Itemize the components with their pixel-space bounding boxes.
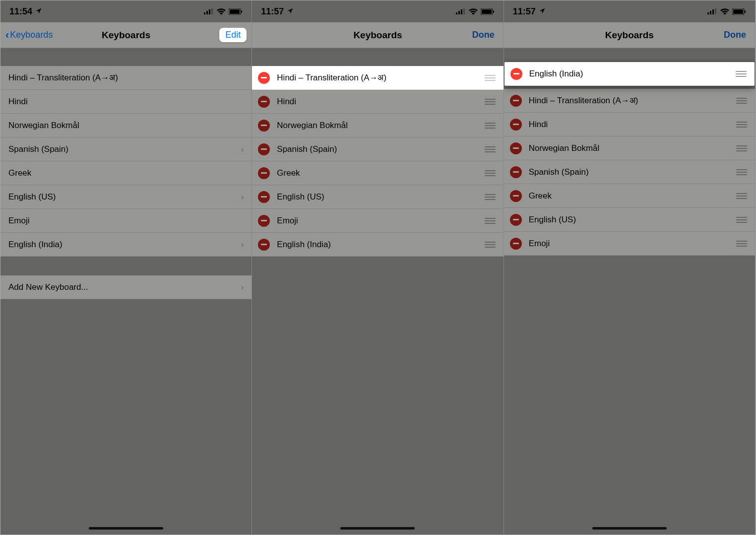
drag-handle-icon[interactable]: [485, 75, 496, 81]
list-item[interactable]: Spanish (Spain): [504, 160, 755, 184]
done-button[interactable]: Done: [468, 28, 499, 42]
svg-rect-3: [211, 8, 213, 14]
delete-icon[interactable]: [510, 119, 522, 131]
svg-rect-14: [707, 12, 709, 14]
screen-keyboards-reorder: 11:57 Keyboards Done English (India): [504, 0, 756, 535]
nav-bar: Keyboards Done: [504, 22, 755, 48]
delete-icon[interactable]: [510, 142, 522, 154]
drag-handle-icon[interactable]: [736, 193, 747, 199]
svg-rect-1: [206, 11, 208, 14]
drag-handle-icon[interactable]: [736, 169, 747, 175]
nav-bar: Keyboards Done: [252, 22, 503, 48]
drag-handle-icon[interactable]: [485, 99, 496, 105]
delete-icon[interactable]: [258, 96, 270, 108]
screen-keyboards-list: 11:54 ‹ Keyboards Keyboards Edit: [0, 0, 252, 535]
list-item[interactable]: Hindi: [0, 90, 252, 114]
nav-bar: ‹ Keyboards Keyboards Edit: [0, 22, 252, 48]
wifi-icon: [217, 8, 226, 15]
drag-handle-icon[interactable]: [485, 123, 496, 129]
back-button[interactable]: ‹ Keyboards: [5, 29, 53, 42]
chevron-right-icon: ›: [241, 145, 244, 153]
add-new-keyboard[interactable]: Add New Keyboard...›: [0, 275, 252, 299]
list-item[interactable]: Greek: [252, 161, 503, 185]
svg-rect-5: [230, 9, 240, 14]
list-item[interactable]: Hindi – Transliteration (A→अ): [0, 66, 252, 90]
list-item[interactable]: Emoji: [504, 232, 755, 256]
page-title: Keyboards: [102, 30, 150, 41]
drag-handle-icon[interactable]: [736, 122, 747, 128]
list-item[interactable]: Spanish (Spain)›: [0, 137, 252, 161]
list-item[interactable]: Norwegian Bokmål: [504, 136, 755, 160]
keyboard-list-edit: Hindi – Transliteration (A→अ) Hindi Norw…: [252, 66, 503, 257]
list-item[interactable]: English (US): [252, 185, 503, 209]
battery-icon: [229, 8, 243, 15]
delete-icon[interactable]: [258, 72, 270, 84]
content-area: Hindi – Transliteration (A→अ) Hindi Norw…: [0, 48, 252, 535]
list-item[interactable]: Emoji: [0, 209, 252, 233]
delete-icon[interactable]: [510, 68, 522, 80]
drag-handle-icon[interactable]: [485, 218, 496, 224]
cellular-icon: [456, 8, 466, 14]
delete-icon[interactable]: [510, 238, 522, 250]
delete-icon[interactable]: [258, 215, 270, 227]
list-item[interactable]: English (US)›: [0, 185, 252, 209]
delete-icon[interactable]: [510, 190, 522, 202]
drag-handle-icon[interactable]: [736, 241, 747, 247]
list-item-dragging[interactable]: English (India): [504, 62, 755, 86]
page-title: Keyboards: [353, 30, 402, 41]
chevron-right-icon: ›: [241, 240, 244, 249]
drag-handle-icon[interactable]: [736, 98, 747, 104]
svg-rect-10: [463, 8, 465, 14]
svg-rect-8: [458, 11, 460, 14]
back-label: Keyboards: [10, 30, 53, 40]
list-item[interactable]: Norwegian Bokmål: [252, 114, 503, 137]
list-item[interactable]: Greek: [504, 184, 755, 208]
list-item[interactable]: Hindi – Transliteration (A→अ): [252, 66, 503, 90]
list-item[interactable]: Norwegian Bokmål: [0, 114, 252, 137]
svg-rect-9: [461, 9, 462, 14]
delete-icon[interactable]: [258, 191, 270, 203]
delete-icon[interactable]: [510, 95, 522, 107]
list-item[interactable]: Hindi: [252, 90, 503, 114]
content-area: English (India) Hindi – Transliteration …: [504, 48, 755, 535]
status-time: 11:54: [9, 6, 32, 17]
home-indicator[interactable]: [89, 527, 163, 530]
delete-icon[interactable]: [258, 143, 270, 155]
drag-handle-icon[interactable]: [736, 217, 747, 223]
delete-icon[interactable]: [258, 167, 270, 179]
delete-icon[interactable]: [510, 166, 522, 178]
delete-icon[interactable]: [510, 214, 522, 226]
delete-icon[interactable]: [258, 239, 270, 251]
list-item[interactable]: Hindi – Transliteration (A→अ): [504, 89, 755, 113]
svg-rect-6: [241, 10, 242, 13]
location-icon: [287, 7, 294, 16]
location-icon: [539, 7, 546, 16]
svg-rect-7: [456, 12, 457, 14]
drag-handle-icon[interactable]: [485, 170, 496, 176]
done-button[interactable]: Done: [720, 28, 750, 42]
status-bar: 11:57: [504, 0, 755, 22]
list-item[interactable]: Greek: [0, 161, 252, 185]
list-item[interactable]: Hindi: [504, 113, 755, 136]
list-item[interactable]: English (India): [252, 233, 503, 257]
list-item[interactable]: Emoji: [252, 209, 503, 233]
keyboard-list: Hindi – Transliteration (A→अ) Hindi Norw…: [0, 66, 252, 257]
cellular-icon: [707, 8, 717, 14]
drag-handle-icon[interactable]: [485, 146, 496, 152]
chevron-right-icon: ›: [241, 283, 244, 291]
drag-handle-icon[interactable]: [736, 71, 747, 77]
list-item[interactable]: English (US): [504, 208, 755, 232]
home-indicator[interactable]: [340, 527, 415, 530]
battery-icon: [732, 8, 746, 15]
drag-handle-icon[interactable]: [485, 242, 496, 248]
svg-rect-16: [712, 9, 714, 14]
edit-button[interactable]: Edit: [219, 28, 247, 42]
list-item[interactable]: Spanish (Spain): [252, 137, 503, 161]
home-indicator[interactable]: [592, 527, 667, 530]
delete-icon[interactable]: [258, 120, 270, 132]
list-item[interactable]: English (India)›: [0, 233, 252, 257]
chevron-left-icon: ‹: [5, 29, 9, 42]
status-bar: 11:57: [252, 0, 503, 22]
drag-handle-icon[interactable]: [485, 194, 496, 200]
drag-handle-icon[interactable]: [736, 145, 747, 151]
